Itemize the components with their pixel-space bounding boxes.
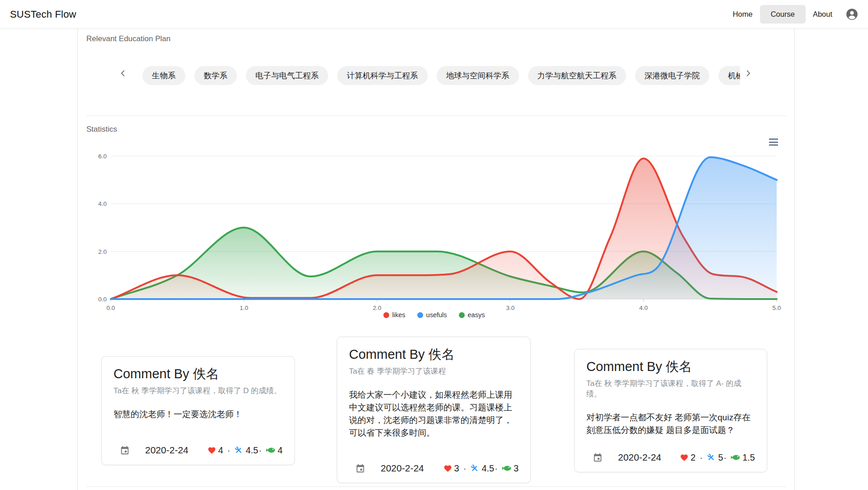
heart-icon: [680, 453, 689, 462]
usefuls-count: 4.5: [245, 445, 258, 456]
comment-subtitle: Ta在 春 季学期学习了该课程: [349, 366, 519, 377]
comment-subtitle: Ta在 秋 季学期学习了该课程，取得了 A- 的成绩。: [586, 379, 755, 400]
chart-legend: likes usefuls easys: [81, 311, 787, 319]
statistics-chart: 0.02.04.06.00.01.02.03.04.05.0: [81, 151, 787, 323]
heart-icon: [443, 464, 452, 473]
comment-title: Comment By 佚名: [349, 346, 519, 362]
nav-item-course[interactable]: Course: [760, 5, 806, 24]
legend-dot-likes: [383, 312, 389, 318]
calendar-icon: [593, 452, 603, 462]
department-chip[interactable]: 机械与能源工程系: [718, 66, 740, 85]
separator-dot: ·: [724, 452, 727, 463]
chevron-left-icon: [118, 68, 128, 78]
content-left-border: [77, 29, 78, 490]
legend-dot-usefuls: [417, 312, 423, 318]
comment-card: Comment By 佚名 Ta在 秋 季学期学习了该课程，取得了 A- 的成绩…: [574, 349, 767, 472]
comment-footer: 2020-2-24 3 · 4.5 · 3: [349, 463, 519, 474]
department-chip[interactable]: 电子与电气工程系: [246, 66, 328, 85]
plan-section-title: Relevant Education Plan: [86, 34, 170, 43]
comment-footer: 2020-2-24 4 · 4.5 · 4: [113, 445, 283, 456]
svg-text:0.0: 0.0: [107, 304, 115, 311]
legend-item-usefuls[interactable]: usefuls: [417, 311, 447, 319]
fish-icon: [266, 447, 275, 454]
tools-icon: [470, 464, 479, 473]
legend-dot-easys: [459, 312, 465, 318]
comment-card: Comment By 佚名 Ta在 秋 季学期学习了该课程，取得了 D 的成绩。…: [101, 356, 295, 465]
brand-logo: SUSTech Flow: [10, 9, 76, 20]
section-divider: [86, 115, 787, 116]
department-chip[interactable]: 地球与空间科学系: [437, 66, 519, 85]
navbar: SUSTech Flow Home Course About: [0, 0, 868, 29]
likes-count: 2: [691, 452, 696, 463]
easys-count: 1.5: [742, 452, 755, 463]
department-chip[interactable]: 计算机科学与工程系: [337, 66, 428, 85]
comment-title: Comment By 佚名: [113, 366, 283, 382]
comment-date: 2020-2-24: [381, 463, 424, 474]
hamburger-icon: [769, 138, 778, 140]
tools-icon: [234, 446, 243, 455]
fish-icon: [731, 454, 740, 461]
chips-scroll-right-button[interactable]: [741, 66, 756, 81]
svg-text:2.0: 2.0: [98, 248, 107, 255]
svg-text:3.0: 3.0: [506, 304, 514, 311]
svg-text:0.0: 0.0: [98, 296, 107, 303]
easys-count: 4: [278, 445, 283, 456]
heart-icon: [208, 446, 216, 455]
content-right-border: [794, 29, 795, 490]
comment-footer: 2020-2-24 2 · 5 · 1.5: [586, 452, 755, 463]
separator-dot: ·: [463, 463, 467, 474]
separator-dot: ·: [259, 445, 262, 456]
nav-item-home[interactable]: Home: [726, 5, 760, 24]
department-chip[interactable]: 深港微电子学院: [635, 66, 710, 85]
nav-item-about[interactable]: About: [806, 5, 840, 24]
easys-count: 3: [514, 463, 519, 474]
calendar-icon: [355, 463, 365, 473]
legend-item-likes[interactable]: likes: [383, 311, 406, 319]
svg-text:4.0: 4.0: [98, 200, 107, 207]
usefuls-count: 5: [718, 452, 723, 463]
svg-text:1.0: 1.0: [240, 304, 248, 311]
department-chip[interactable]: 力学与航空航天工程系: [528, 66, 626, 85]
separator-dot: ·: [495, 463, 498, 474]
fish-icon: [502, 465, 511, 472]
comment-title: Comment By 佚名: [586, 358, 755, 375]
svg-text:6.0: 6.0: [98, 153, 107, 160]
likes-count: 4: [218, 445, 223, 456]
svg-text:5.0: 5.0: [773, 304, 781, 311]
comment-ratings: 2 · 5 · 1.5: [680, 452, 755, 463]
legend-item-easys[interactable]: easys: [459, 311, 485, 319]
separator-dot: ·: [700, 452, 703, 463]
svg-text:2.0: 2.0: [373, 304, 382, 311]
calendar-icon: [120, 445, 130, 455]
comment-card: Comment By 佚名 Ta在 春 季学期学习了该课程 我给大家一个小建议，…: [337, 337, 531, 483]
usefuls-count: 4.5: [481, 463, 494, 474]
tools-icon: [707, 453, 716, 462]
comment-date: 2020-2-24: [618, 452, 661, 463]
department-chip[interactable]: 数学系: [194, 66, 237, 85]
comment-body: 对初学者一点都不友好 老师第一次quiz存在刻意压低分数的嫌疑 题目多是面试题？: [586, 411, 755, 437]
comment-date: 2020-2-24: [145, 445, 189, 456]
separator-dot: ·: [227, 445, 231, 456]
department-chip[interactable]: 生物系: [142, 66, 185, 85]
account-icon[interactable]: [846, 8, 858, 20]
chevron-right-icon: [743, 68, 753, 78]
chips-scroll-left-button[interactable]: [115, 66, 131, 81]
comment-body: 智慧的沈老师！一定要选沈老师！: [113, 408, 283, 421]
comment-ratings: 4 · 4.5 · 4: [208, 445, 283, 456]
comment-ratings: 3 · 4.5 · 3: [443, 463, 519, 474]
comment-subtitle: Ta在 秋 季学期学习了该课程，取得了 D 的成绩。: [113, 386, 283, 396]
department-chips-list: 生物系 数学系 电子与电气工程系 计算机科学与工程系 地球与空间科学系 力学与航…: [142, 66, 740, 86]
bottom-divider: [86, 486, 787, 487]
nav-links: Home Course About: [726, 5, 858, 24]
statistics-section-title: Statistics: [86, 125, 117, 134]
comment-body: 我给大家一个小建议，如果程然老师上课用中文建议可以选程然老师的课。习题课楼上说的…: [349, 389, 519, 439]
svg-text:4.0: 4.0: [639, 304, 648, 311]
chart-menu-button[interactable]: [768, 136, 779, 148]
likes-count: 3: [454, 463, 459, 474]
